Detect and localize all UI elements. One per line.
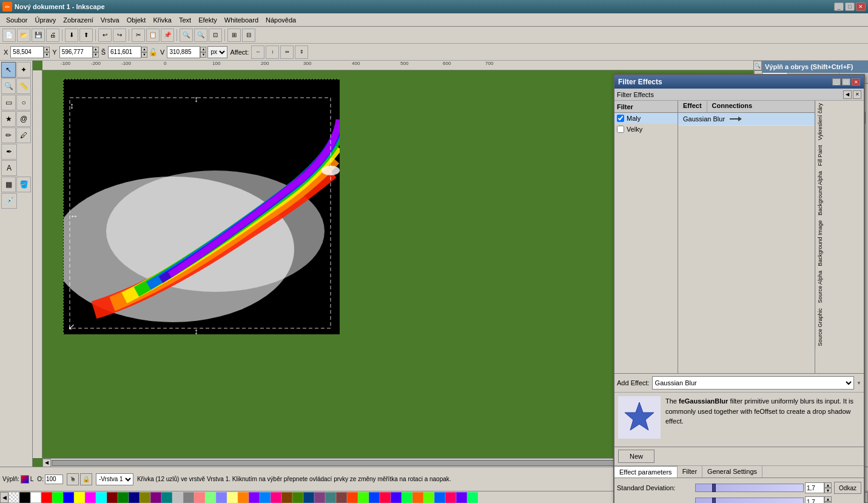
- color-chartreuse[interactable]: [358, 492, 369, 503]
- zoom-in-btn[interactable]: 🔍: [180, 29, 193, 42]
- drawing-canvas[interactable]: ↕ ↕ ↔ ↙ ↕: [63, 79, 339, 334]
- layer-selector[interactable]: -Vrstva 1: [96, 473, 133, 485]
- menu-efekty[interactable]: Efekty: [195, 15, 221, 25]
- group-btn[interactable]: ⊞: [227, 29, 241, 42]
- filter-minimize-btn[interactable]: _: [832, 78, 841, 86]
- filter-maly-checkbox[interactable]: [617, 115, 624, 122]
- maximize-button[interactable]: □: [845, 2, 855, 11]
- v-input[interactable]: [167, 46, 200, 58]
- minimize-button[interactable]: _: [834, 2, 844, 11]
- text-tool[interactable]: A: [1, 160, 17, 176]
- layer-dropdown[interactable]: -Vrstva 1: [96, 473, 133, 485]
- opacity-input[interactable]: [45, 474, 63, 484]
- v-spin-down[interactable]: ▼: [200, 52, 206, 58]
- zoom-tool[interactable]: 🔍: [1, 78, 16, 94]
- color-black[interactable]: [19, 492, 30, 503]
- filter-item-velky[interactable]: Velky: [614, 124, 678, 135]
- calligraphy-tool[interactable]: ✒: [1, 144, 17, 160]
- menu-krivka[interactable]: Křivka: [149, 15, 175, 25]
- menu-zobrazeni[interactable]: Zobrazení: [59, 15, 97, 25]
- spiral-tool[interactable]: @: [16, 111, 31, 127]
- std-dev-value1-input[interactable]: [805, 482, 824, 493]
- color-lime[interactable]: [292, 492, 303, 503]
- std-dev-slider1[interactable]: [695, 484, 804, 492]
- filter-sub-btn1[interactable]: ◀: [843, 90, 852, 99]
- color-skyblue[interactable]: [260, 492, 271, 503]
- y-input[interactable]: [59, 46, 93, 58]
- rect-tool[interactable]: ▭: [1, 95, 16, 110]
- color-transparent[interactable]: [8, 492, 19, 503]
- pencil-tool[interactable]: ✏: [1, 127, 16, 143]
- s-spin-up[interactable]: ▲: [141, 47, 147, 52]
- affect-btn1[interactable]: ↔: [251, 46, 264, 59]
- std-dev-spin-up1[interactable]: ▲: [824, 482, 832, 488]
- y-spin-up[interactable]: ▲: [93, 47, 99, 52]
- export-btn[interactable]: ⬆: [79, 29, 93, 42]
- affect-btn4[interactable]: ⇕: [295, 46, 308, 59]
- ungroup-btn[interactable]: ⊟: [242, 29, 255, 42]
- color-lightgreen[interactable]: [205, 492, 216, 503]
- color-brown[interactable]: [281, 492, 292, 503]
- color-magenta[interactable]: [85, 492, 96, 503]
- node-tool[interactable]: ✦: [16, 62, 31, 78]
- unit-select[interactable]: px: [207, 46, 227, 58]
- color-white[interactable]: [30, 492, 41, 503]
- print-btn[interactable]: 🖨: [46, 29, 59, 42]
- menu-soubor[interactable]: Soubor: [2, 15, 31, 25]
- color-violet[interactable]: [249, 492, 260, 503]
- menu-text[interactable]: Text: [175, 15, 195, 25]
- std-dev-spin-up2[interactable]: ▲: [824, 496, 832, 502]
- measure-tool[interactable]: 📏: [16, 78, 31, 94]
- menu-objekt[interactable]: Objekt: [123, 15, 150, 25]
- tool-indicator1[interactable]: 🖱: [67, 473, 79, 485]
- cut-btn[interactable]: ✂: [132, 29, 145, 42]
- color-extra2[interactable]: [423, 492, 434, 503]
- color-navy[interactable]: [303, 492, 314, 503]
- x-spin-up[interactable]: ▲: [44, 47, 50, 52]
- new-button[interactable]: New: [618, 450, 654, 463]
- color-extra6[interactable]: [467, 492, 478, 503]
- x-input[interactable]: [10, 46, 44, 58]
- x-spin-down[interactable]: ▼: [44, 52, 50, 58]
- open-file-btn[interactable]: 📂: [17, 29, 30, 42]
- color-darkblue[interactable]: [129, 492, 140, 503]
- color-mauve[interactable]: [314, 492, 325, 503]
- color-teal[interactable]: [161, 492, 172, 503]
- color-silver[interactable]: [172, 492, 183, 503]
- affect-btn3[interactable]: ⇔: [280, 46, 294, 59]
- close-button[interactable]: ✕: [856, 2, 866, 11]
- color-darkgreen[interactable]: [118, 492, 129, 503]
- fill-tool[interactable]: 🪣: [16, 177, 31, 192]
- color-cobalt[interactable]: [369, 492, 380, 503]
- add-effect-select[interactable]: Gaussian Blur Blend ColorMatrix Componen…: [652, 376, 854, 390]
- paste-btn[interactable]: 📌: [161, 29, 174, 42]
- s-input[interactable]: [108, 46, 141, 58]
- s-spin-down[interactable]: ▼: [141, 52, 147, 58]
- filter-velky-checkbox[interactable]: [617, 126, 624, 133]
- scroll-left-btn[interactable]: ◀: [42, 459, 51, 467]
- gaussian-blur-row[interactable]: Gaussian Blur: [678, 113, 815, 126]
- color-crimson[interactable]: [380, 492, 391, 503]
- zoom-out-btn[interactable]: 🔍: [194, 29, 207, 42]
- color-extra5[interactable]: [456, 492, 467, 503]
- star-tool[interactable]: ★: [1, 111, 16, 127]
- filter-item-maly[interactable]: Maly: [614, 113, 678, 124]
- color-extra4[interactable]: [445, 492, 456, 503]
- import-btn[interactable]: ⬇: [65, 29, 78, 42]
- color-red2[interactable]: [347, 492, 358, 503]
- color-extra3[interactable]: [434, 492, 445, 503]
- zoom-fit-btn[interactable]: ⊡: [209, 29, 222, 42]
- color-green[interactable]: [52, 492, 63, 503]
- color-olive[interactable]: [140, 492, 150, 503]
- redo-btn[interactable]: ↪: [113, 29, 126, 42]
- color-pink[interactable]: [194, 492, 205, 503]
- filter-maximize-btn[interactable]: □: [842, 78, 850, 86]
- color-blue[interactable]: [63, 492, 74, 503]
- std-dev-spin-down1[interactable]: ▼: [824, 488, 832, 493]
- std-dev-value2-input[interactable]: [805, 496, 824, 503]
- color-steelblue[interactable]: [325, 492, 336, 503]
- color-extra1[interactable]: [412, 492, 423, 503]
- filter-close-btn[interactable]: ✕: [852, 78, 860, 86]
- new-file-btn[interactable]: 📄: [2, 29, 16, 42]
- color-gray[interactable]: [183, 492, 194, 503]
